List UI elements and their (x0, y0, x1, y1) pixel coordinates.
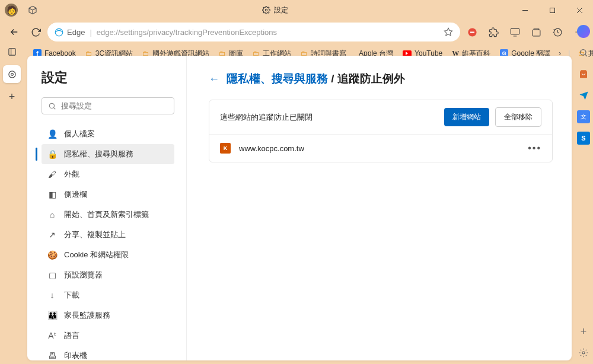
workspaces-icon[interactable] (26, 4, 39, 17)
nav-item-share[interactable]: ↗分享、複製並貼上 (42, 225, 174, 245)
svg-point-20 (49, 103, 54, 108)
breadcrumb-current: 追蹤防止例外 (337, 72, 405, 85)
exceptions-card: 這些網站的追蹤防止已關閉 新增網站 全部移除 K www.kocpc.com.t… (209, 100, 553, 162)
maximize-button[interactable] (538, 0, 566, 20)
remove-all-button[interactable]: 全部移除 (495, 107, 541, 127)
address-bar[interactable]: Edge | edge://settings/privacy/trackingP… (47, 23, 460, 41)
nav-item-sidebar[interactable]: ◧側邊欄 (42, 184, 174, 205)
settings-search[interactable] (42, 97, 174, 114)
adblock-icon[interactable] (463, 23, 482, 41)
history-icon[interactable] (548, 23, 567, 41)
lock-icon: 🔒 (47, 149, 57, 159)
nav-label: 語言 (64, 330, 79, 341)
nav-label: 下載 (64, 290, 79, 301)
svg-marker-6 (444, 28, 452, 36)
svg-rect-11 (533, 30, 540, 36)
vtab-settings[interactable] (3, 43, 21, 60)
google-translate-sidebar-icon[interactable]: 文 (577, 110, 590, 123)
nav-label: 外觀 (64, 169, 79, 180)
cookie-icon: 🍪 (47, 250, 57, 260)
nav-label: 家長監護服務 (64, 310, 110, 321)
extensions-icon[interactable] (484, 23, 503, 41)
nav-item-printer[interactable]: 🖶印表機 (42, 346, 174, 360)
svg-rect-8 (470, 31, 474, 33)
window-titlebar: 🧑 設定 (0, 0, 593, 20)
window-title: 設定 (274, 5, 288, 15)
breadcrumb: ← 隱私權、搜尋與服務 / 追蹤防止例外 (209, 71, 553, 87)
collections-icon[interactable] (527, 23, 546, 41)
url-text: edge://settings/privacy/trackingPreventi… (97, 28, 439, 37)
family-icon: 👪 (47, 311, 57, 320)
refresh-button[interactable] (26, 23, 45, 41)
settings-page: 設定 👤個人檔案🔒隱私權、搜尋與服務🖌外觀◧側邊欄⌂開始、首頁及新索引標籤↗分享… (27, 56, 572, 360)
new-tab-button[interactable]: + (3, 88, 21, 106)
svg-point-5 (55, 28, 63, 36)
add-sidebar-icon[interactable]: + (577, 325, 590, 338)
copilot-icon[interactable] (577, 25, 590, 38)
svg-point-0 (265, 9, 267, 11)
nav-label: 隱私權、搜尋與服務 (64, 149, 133, 159)
svg-point-18 (11, 73, 13, 75)
site-url: www.kocpc.com.tw (239, 144, 519, 153)
svg-rect-9 (511, 28, 519, 34)
svg-point-13 (581, 50, 586, 55)
card-title: 這些網站的追蹤防止已關閉 (220, 112, 444, 123)
brush-icon: 🖌 (47, 170, 57, 179)
settings-search-input[interactable] (61, 101, 168, 110)
settings-heading: 設定 (42, 69, 174, 87)
nav-label: 開始、首頁及新索引標籤 (64, 209, 149, 220)
home-icon: ⌂ (47, 210, 57, 219)
settings-sidebar-icon[interactable] (577, 346, 590, 359)
lang-icon: Aᵗ (47, 331, 57, 340)
svg-rect-2 (550, 8, 554, 12)
add-site-button[interactable]: 新增網站 (444, 108, 489, 126)
breadcrumb-link[interactable]: 隱私權、搜尋與服務 (227, 72, 328, 85)
minimize-button[interactable] (511, 0, 538, 20)
breadcrumb-back-icon[interactable]: ← (209, 73, 219, 85)
nav-item-brush[interactable]: 🖌外觀 (42, 164, 174, 184)
site-favicon: K (220, 143, 231, 154)
cast-icon[interactable] (505, 23, 524, 41)
right-sidebar: 文 S + (574, 20, 593, 364)
nav-label: Cookie 和網站權限 (64, 250, 129, 260)
nav-item-home[interactable]: ⌂開始、首頁及新索引標籤 (42, 205, 174, 225)
nav-item-user[interactable]: 👤個人檔案 (42, 124, 174, 144)
nav-label: 個人檔案 (64, 129, 95, 139)
svg-rect-16 (8, 48, 15, 55)
telegram-icon[interactable] (577, 89, 590, 102)
search-icon (48, 102, 56, 110)
vtab-current[interactable] (3, 65, 21, 83)
printer-icon: 🖶 (47, 351, 57, 360)
nav-item-family[interactable]: 👪家長監護服務 (42, 305, 174, 325)
gear-icon (262, 6, 270, 14)
nav-item-download[interactable]: ↓下載 (42, 285, 174, 305)
user-icon: 👤 (47, 129, 57, 139)
svg-line-21 (53, 107, 55, 109)
sidebar-icon: ◧ (47, 190, 57, 199)
close-button[interactable] (566, 0, 593, 20)
nav-label: 印表機 (64, 350, 87, 360)
breadcrumb-sep: / (328, 72, 337, 85)
nav-item-lock[interactable]: 🔒隱私權、搜尋與服務 (42, 144, 174, 164)
nav-item-lang[interactable]: Aᵗ語言 (42, 325, 174, 346)
site-identity[interactable]: Edge (55, 28, 85, 37)
share-icon: ↗ (47, 230, 57, 240)
site-more-icon[interactable]: ••• (528, 143, 541, 154)
vertical-tabs-bar: + (0, 39, 24, 364)
svg-point-15 (582, 352, 585, 354)
nav-item-browser[interactable]: ▢預設瀏覽器 (42, 265, 174, 285)
shopping-icon[interactable] (577, 68, 590, 81)
profile-avatar[interactable]: 🧑 (5, 4, 18, 17)
browser-toolbar: Edge | edge://settings/privacy/trackingP… (0, 20, 593, 44)
nav-label: 側邊欄 (64, 189, 87, 200)
favorite-star-icon[interactable] (444, 27, 453, 37)
skype-icon[interactable]: S (577, 132, 590, 145)
download-icon: ↓ (47, 290, 57, 300)
site-identity-label: Edge (67, 28, 85, 37)
settings-nav: 設定 👤個人檔案🔒隱私權、搜尋與服務🖌外觀◧側邊欄⌂開始、首頁及新索引標籤↗分享… (27, 56, 186, 360)
search-sidebar-icon[interactable] (577, 46, 590, 59)
nav-label: 分享、複製並貼上 (64, 229, 126, 240)
nav-label: 預設瀏覽器 (64, 270, 103, 280)
svg-line-14 (585, 55, 587, 56)
nav-item-cookie[interactable]: 🍪Cookie 和網站權限 (42, 245, 174, 265)
